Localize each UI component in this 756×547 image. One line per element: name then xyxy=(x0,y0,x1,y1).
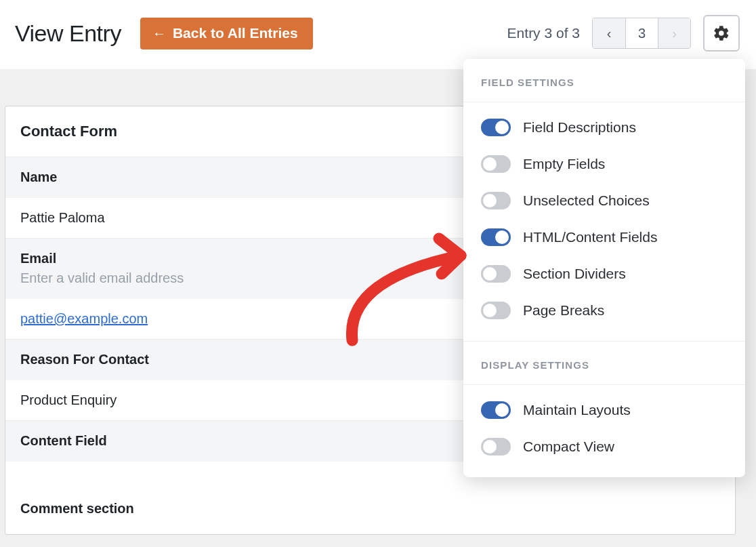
toggle-label-html-content: HTML/Content Fields xyxy=(523,229,657,245)
page-title: View Entry xyxy=(15,20,121,47)
toggle-section-dividers[interactable] xyxy=(481,265,511,283)
toggle-empty-fields[interactable] xyxy=(481,155,511,173)
toggle-row-compact-view: Compact View xyxy=(463,428,745,465)
toggle-field-descriptions[interactable] xyxy=(481,119,511,136)
toggle-page-breaks[interactable] xyxy=(481,302,511,319)
field-settings-group: Field Descriptions Empty Fields Unselect… xyxy=(463,102,745,342)
chevron-right-icon: › xyxy=(672,26,677,41)
toggle-row-page-breaks: Page Breaks xyxy=(463,292,745,329)
toggle-label-maintain-layouts: Maintain Layouts xyxy=(523,402,631,418)
entry-pager: ‹ 3 › xyxy=(592,18,691,49)
toggle-row-unselected-choices: Unselected Choices xyxy=(463,182,745,219)
toggle-label-empty-fields: Empty Fields xyxy=(523,156,605,172)
toggle-compact-view[interactable] xyxy=(481,438,511,455)
toggle-label-field-descriptions: Field Descriptions xyxy=(523,119,636,136)
pager-next-button: › xyxy=(658,18,690,48)
pager-current-number: 3 xyxy=(625,18,658,48)
settings-gear-button[interactable] xyxy=(703,15,740,52)
arrow-left-icon: ← xyxy=(152,26,166,40)
toggle-unselected-choices[interactable] xyxy=(481,192,511,209)
settings-panel: FIELD SETTINGS Field Descriptions Empty … xyxy=(463,59,745,477)
toggle-label-section-dividers: Section Dividers xyxy=(523,266,626,282)
toggle-row-empty-fields: Empty Fields xyxy=(463,146,745,182)
toggle-label-compact-view: Compact View xyxy=(523,439,614,455)
email-link[interactable]: pattie@example.com xyxy=(20,311,148,326)
field-settings-heading: FIELD SETTINGS xyxy=(463,59,745,102)
display-settings-heading: DISPLAY SETTINGS xyxy=(463,342,745,385)
chevron-left-icon: ‹ xyxy=(607,26,612,41)
top-right-controls: Entry 3 of 3 ‹ 3 › xyxy=(507,15,740,52)
toggle-maintain-layouts[interactable] xyxy=(481,401,511,419)
gear-icon xyxy=(713,24,730,42)
toggle-row-maintain-layouts: Maintain Layouts xyxy=(463,392,745,428)
toggle-row-field-descriptions: Field Descriptions xyxy=(463,109,745,146)
field-header-comment: Comment section xyxy=(5,486,735,534)
content-canvas: Contact Form Name Pattie Paloma Email En… xyxy=(0,69,756,547)
toggle-html-content-fields[interactable] xyxy=(481,228,511,246)
toggle-row-section-dividers: Section Dividers xyxy=(463,256,745,292)
toggle-row-html-content: HTML/Content Fields xyxy=(463,219,745,256)
display-settings-group: Maintain Layouts Compact View xyxy=(463,385,745,477)
back-button-label: Back to All Entries xyxy=(173,25,298,41)
entry-counter: Entry 3 of 3 xyxy=(507,25,580,41)
back-to-entries-button[interactable]: ← Back to All Entries xyxy=(140,18,313,49)
toggle-label-unselected-choices: Unselected Choices xyxy=(523,193,650,209)
pager-prev-button[interactable]: ‹ xyxy=(593,18,625,48)
toggle-label-page-breaks: Page Breaks xyxy=(523,302,604,319)
